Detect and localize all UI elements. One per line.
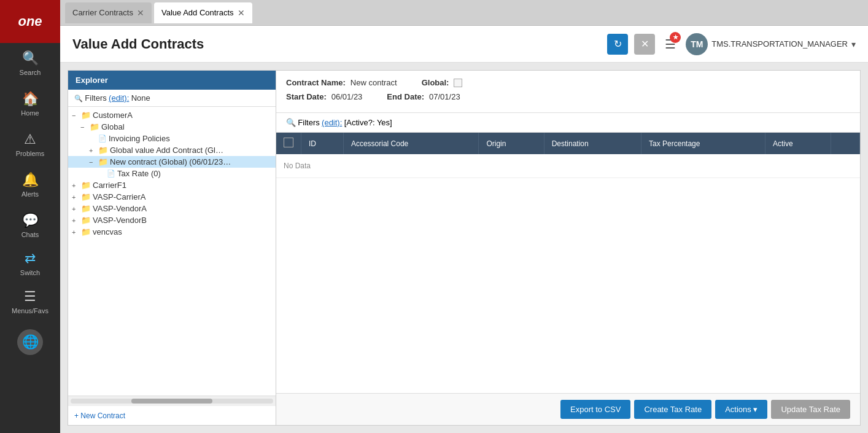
tax-rates-table: ID Accessorial Code Origin Destination T…	[276, 133, 860, 178]
detail-filters: 🔍 Filters (edit): [Active?: Yes]	[276, 113, 860, 133]
sidebar: one 🔍 Search 🏠 Home ⚠ Problems 🔔 Alerts …	[0, 0, 60, 433]
th-checkbox[interactable]	[276, 133, 301, 154]
sidebar-item-alerts-label: Alerts	[21, 190, 39, 198]
main-content: Carrier Contracts ✕ Value Add Contracts …	[60, 0, 868, 433]
tree-item-new-contract-global[interactable]: − 📁 New contract (Global) (06/01/23…	[68, 156, 276, 168]
explorer-filters: 🔍 Filters (edit): None	[68, 90, 276, 107]
th-actions	[831, 133, 860, 154]
folder-icon: 📁	[81, 111, 91, 120]
explorer-header: Explorer	[68, 71, 276, 90]
actions-button[interactable]: Actions ▾	[715, 400, 767, 419]
folder-icon-ncg: 📁	[98, 157, 108, 166]
expand-vca-icon: +	[72, 193, 79, 201]
tree-item-global-label: Global	[101, 122, 125, 131]
no-data-cell: No Data	[276, 154, 860, 178]
explorer-panel: Explorer 🔍 Filters (edit): None − 📁 Cust…	[68, 70, 276, 426]
tab-value-add-contracts-label: Value Add Contracts	[161, 8, 234, 17]
search-icon: 🔍	[22, 50, 39, 66]
contract-name-label: Contract Name:	[286, 78, 346, 87]
app-logo[interactable]: one	[0, 0, 60, 43]
tree-item-customerA[interactable]: − 📁 CustomerA	[68, 109, 276, 121]
expand-cf1-icon: +	[72, 182, 79, 189]
folder-icon-vva: 📁	[81, 204, 91, 213]
tab-value-add-contracts-close[interactable]: ✕	[238, 9, 245, 17]
detail-panel: Contract Name: New contract Global: Star…	[276, 70, 861, 426]
tab-carrier-contracts[interactable]: Carrier Contracts ✕	[65, 2, 152, 23]
tree-item-global[interactable]: − 📁 Global	[68, 121, 276, 133]
explorer-footer: + New Contract	[68, 405, 276, 425]
sidebar-item-problems[interactable]: ⚠ Problems	[0, 124, 60, 165]
tree-item-invoicing-policies[interactable]: 📄 Invoicing Policies	[68, 133, 276, 144]
sidebar-item-search-label: Search	[20, 69, 41, 76]
folder-icon-vencvas: 📁	[81, 227, 91, 236]
update-tax-rate-button[interactable]: Update Tax Rate	[771, 400, 850, 419]
expand-global-icon: −	[80, 123, 88, 131]
folder-icon-global: 📁	[90, 122, 99, 131]
end-date-value: 07/01/23	[429, 92, 460, 101]
contract-name-row: Contract Name: New contract	[286, 78, 397, 87]
user-avatar-circle: TM	[686, 33, 708, 55]
page-header: Value Add Contracts ↻ ✕ ☰ ★ TM TMS.TRANS…	[60, 26, 868, 63]
user-avatar[interactable]: 🌐	[17, 329, 43, 355]
header-checkbox[interactable]	[284, 138, 293, 147]
tree-item-vasp-vendorB-label: VASP-VendorB	[93, 216, 147, 225]
refresh-button[interactable]: ↻	[607, 34, 628, 55]
sidebar-item-problems-label: Problems	[16, 150, 44, 157]
create-tax-rate-button[interactable]: Create Tax Rate	[634, 400, 711, 419]
tab-carrier-contracts-close[interactable]: ✕	[137, 9, 144, 17]
detail-filter-search-icon: 🔍	[286, 118, 296, 127]
sidebar-item-chats-label: Chats	[21, 231, 39, 238]
export-csv-button[interactable]: Export to CSV	[560, 400, 630, 419]
th-destination: Destination	[544, 133, 641, 154]
expand-gva-icon: +	[89, 147, 96, 154]
detail-filters-edit-link[interactable]: (edit):	[322, 118, 342, 127]
tree-item-gva-label: Global value Add Contract (Gl…	[110, 146, 223, 155]
sidebar-item-chats[interactable]: 💬 Chats	[0, 205, 60, 246]
sidebar-item-switch[interactable]: ⇄ Switch	[0, 246, 60, 281]
end-date-row: End Date: 07/01/23	[387, 92, 460, 101]
end-date-label: End Date:	[387, 92, 424, 101]
tree-item-tax-rate-label: Tax Rate (0)	[117, 169, 161, 178]
sidebar-item-home[interactable]: 🏠 Home	[0, 84, 60, 124]
close-button[interactable]: ✕	[634, 34, 655, 55]
table-no-data-row: No Data	[276, 154, 860, 178]
horizontal-scrollbar[interactable]	[68, 396, 276, 405]
sidebar-item-switch-label: Switch	[20, 269, 40, 276]
global-checkbox[interactable]	[454, 79, 462, 87]
expand-ncg-icon: −	[89, 158, 96, 166]
global-row: Global:	[422, 78, 463, 87]
folder-icon-vvb: 📁	[81, 216, 91, 225]
tree-item-vasp-vendorB[interactable]: + 📁 VASP-VendorB	[68, 214, 276, 226]
file-icon-invoicing: 📄	[98, 135, 107, 142]
tree-item-vasp-vendorA[interactable]: + 📁 VASP-VendorA	[68, 203, 276, 214]
filters-value: None	[131, 93, 150, 103]
explorer-tree: − 📁 CustomerA − 📁 Global 📄 Invoicing Pol…	[68, 107, 276, 396]
tree-item-tax-rate[interactable]: 📄 Tax Rate (0)	[68, 168, 276, 179]
page-title: Value Add Contracts	[72, 36, 204, 52]
tab-value-add-contracts[interactable]: Value Add Contracts ✕	[154, 2, 252, 23]
user-dropdown-chevron[interactable]: ▾	[851, 39, 856, 49]
expand-vvb-icon: +	[72, 217, 79, 224]
menu-button[interactable]: ☰ ★	[665, 37, 676, 52]
sidebar-item-search[interactable]: 🔍 Search	[0, 43, 60, 84]
tree-item-vencvas-label: vencvas	[93, 227, 122, 236]
tree-item-customerA-label: CustomerA	[93, 111, 133, 120]
new-contract-link[interactable]: + New Contract	[74, 412, 125, 420]
tree-item-carrierF1[interactable]: + 📁 CarrierF1	[68, 179, 276, 191]
tree-item-vasp-carrierA[interactable]: + 📁 VASP-CarrierA	[68, 191, 276, 203]
folder-icon-cf1: 📁	[81, 181, 91, 190]
sidebar-item-menus[interactable]: ☰ Menus/Favs	[0, 281, 60, 322]
filters-edit-link[interactable]: (edit):	[109, 93, 129, 103]
tree-item-carrierF1-label: CarrierF1	[93, 181, 126, 190]
expand-vva-icon: +	[72, 205, 79, 213]
tree-item-vencvas[interactable]: + 📁 vencvas	[68, 226, 276, 238]
global-label: Global:	[422, 78, 449, 87]
tree-item-ncg-label: New contract (Global) (06/01/23…	[110, 157, 231, 166]
tree-item-global-value-add[interactable]: + 📁 Global value Add Contract (Gl…	[68, 144, 276, 156]
expand-customerA-icon: −	[72, 112, 79, 119]
sidebar-item-home-label: Home	[21, 109, 39, 117]
filter-search-icon: 🔍	[74, 95, 83, 102]
menu-icon: ☰	[24, 289, 36, 305]
sidebar-item-alerts[interactable]: 🔔 Alerts	[0, 165, 60, 205]
start-date-label: Start Date:	[286, 92, 327, 101]
